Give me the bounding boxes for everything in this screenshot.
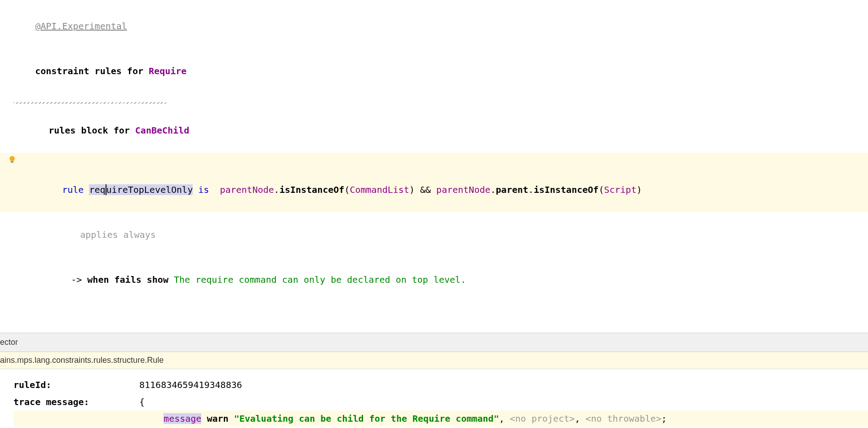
breadcrumb-path: ains.mps.lang.constraints.rules.structur…: [0, 356, 164, 365]
is-keyword: is: [198, 184, 209, 195]
message-keyword: message: [164, 413, 201, 424]
rules-block-type: CanBeChild: [135, 125, 189, 136]
parent-node-ref: parentNode: [220, 184, 274, 195]
is-instance-of-method: isInstanceOf: [279, 184, 345, 195]
applies-hint-line[interactable]: applies always: [0, 212, 868, 257]
no-throwable-1: <no throwable>: [585, 413, 661, 424]
lightbulb-icon[interactable]: [8, 156, 16, 164]
rule-keyword: rule: [62, 184, 84, 195]
rule-id-row[interactable]: ruleId: 8116834659419348836: [13, 376, 868, 393]
inspector-body[interactable]: ruleId: 8116834659419348836 trace messag…: [0, 369, 868, 428]
rule-id-label: ruleId:: [13, 378, 139, 392]
inspector-title: ector: [0, 338, 18, 347]
warn-keyword: warn: [207, 413, 228, 424]
rules-block-line[interactable]: rules block for CanBeChild: [0, 108, 868, 153]
svg-rect-0: [11, 162, 14, 163]
command-list-type: CommandList: [350, 184, 409, 195]
code-editor[interactable]: @API.Experimental constraint rules for R…: [0, 0, 868, 306]
annotation-line[interactable]: @API.Experimental: [0, 4, 868, 49]
rule-definition-line[interactable]: rule requireTopLevelOnly is parentNode.i…: [0, 153, 868, 212]
applies-hint: applies always: [80, 229, 156, 240]
no-project-1: <no project>: [510, 413, 575, 424]
rule-name-pre: req: [89, 184, 105, 195]
rules-block-keyword: rules block for: [49, 125, 135, 136]
and-operator: &&: [420, 184, 431, 195]
wavy-underline: [13, 102, 166, 104]
parent-node-ref2: parentNode: [436, 184, 490, 195]
arrow: ->: [71, 274, 82, 285]
trace-message-row[interactable]: trace message: {: [13, 393, 868, 410]
error-message-text: The require command can only be declared…: [174, 274, 466, 285]
rule-name-selection[interactable]: requireTopLevelOnly: [89, 184, 193, 195]
trace-brace-open: {: [139, 395, 868, 409]
editor-separator: [0, 306, 868, 333]
constraint-keyword: constraint rules for: [35, 66, 149, 76]
constraint-type: Require: [149, 66, 186, 76]
when-fails-line[interactable]: -> when fails show The require command c…: [0, 257, 868, 302]
trace-line-2[interactable]: log trace "Parent node = " + parentNode.…: [13, 427, 868, 428]
script-type: Script: [604, 184, 636, 195]
inspector-panel-header[interactable]: ector: [0, 333, 868, 352]
trace-line-1[interactable]: message warn "Evaluating can be child fo…: [13, 410, 868, 427]
api-annotation: @API.Experimental: [35, 21, 127, 31]
breadcrumb-bar[interactable]: ains.mps.lang.constraints.rules.structur…: [0, 352, 868, 369]
constraint-rules-line[interactable]: constraint rules for Require: [0, 49, 868, 94]
is-instance-of-method2: isInstanceOf: [534, 184, 599, 195]
parent-property: parent: [496, 184, 528, 195]
warn-string: "Evaluating can be child for the Require…: [234, 413, 499, 424]
trace-message-label: trace message:: [13, 395, 139, 409]
rule-id-value: 8116834659419348836: [139, 378, 868, 392]
when-fails-keyword: when fails show: [87, 274, 168, 285]
rule-name-post: uireTopLevelOnly: [106, 184, 193, 195]
